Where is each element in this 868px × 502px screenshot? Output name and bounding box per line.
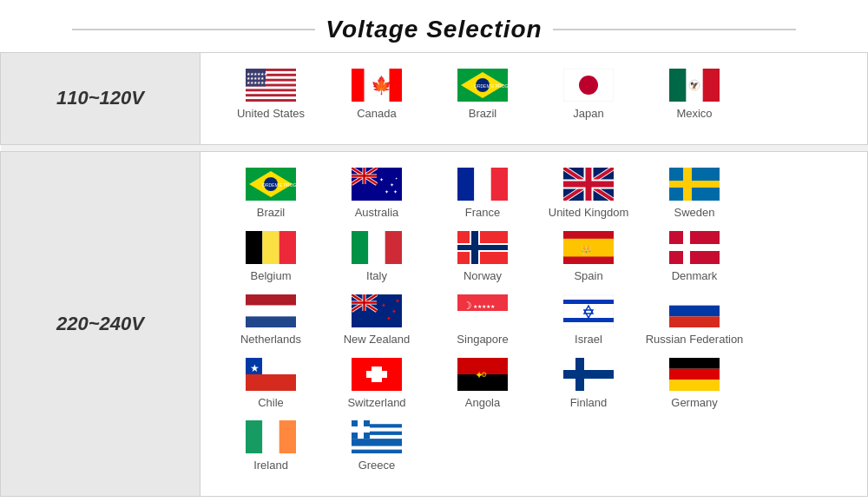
svg-text:⚙: ⚙ bbox=[481, 371, 487, 379]
flag-label: Ireland bbox=[253, 459, 288, 473]
flag-item: Japan bbox=[536, 69, 641, 122]
flag-item: 👑 Spain bbox=[536, 231, 641, 284]
svg-rect-104 bbox=[669, 316, 720, 327]
flag-icon-sg: ☽ ★★★★★ bbox=[457, 294, 508, 327]
flag-icon-se bbox=[669, 168, 720, 201]
flag-icon-it bbox=[352, 231, 402, 264]
svg-text:👑: 👑 bbox=[581, 244, 592, 255]
svg-rect-68 bbox=[457, 245, 508, 250]
svg-rect-72 bbox=[563, 231, 614, 239]
svg-text:✦: ✦ bbox=[395, 298, 400, 304]
page: Voltage Selection 110~120V ★★★★★★ ★★★★★ … bbox=[0, 0, 868, 497]
svg-rect-59 bbox=[246, 231, 262, 264]
flag-label: United States bbox=[237, 107, 305, 122]
svg-text:ORDEM E PROGRESSO: ORDEM E PROGRESSO bbox=[474, 83, 508, 89]
svg-text:★: ★ bbox=[250, 362, 260, 374]
flag-label: United Kingdom bbox=[549, 206, 629, 221]
flag-icon-ao: ✦ ⚙ bbox=[457, 358, 508, 391]
svg-rect-5 bbox=[246, 91, 296, 94]
svg-text:✦: ✦ bbox=[385, 189, 389, 195]
flags-grid-1: ORDEM E PROGRESSO Brazil ✦ ✦ ✦ ✦ ✦ Austr… bbox=[209, 168, 858, 480]
flag-icon-ie bbox=[246, 420, 296, 453]
flag-item: ✦ ✦ ✦ ✦ New Zealand bbox=[324, 294, 430, 347]
svg-rect-62 bbox=[352, 231, 368, 264]
row-separator bbox=[1, 144, 868, 151]
flag-icon-us: ★★★★★★ ★★★★★ ★★★★★★ bbox=[246, 69, 296, 102]
flag-item: Russian Federation bbox=[641, 294, 747, 347]
flag-label: Singapore bbox=[457, 333, 508, 347]
voltage-content-0: ★★★★★★ ★★★★★ ★★★★★★ United States 🍁 Cana… bbox=[201, 53, 868, 145]
svg-rect-12 bbox=[352, 69, 365, 102]
flag-icon-nz: ✦ ✦ ✦ ✦ bbox=[352, 294, 402, 327]
svg-text:ORDEM E PROGRESSO: ORDEM E PROGRESSO bbox=[262, 182, 296, 188]
voltage-row-0: 110~120V ★★★★★★ ★★★★★ ★★★★★★ United Stat… bbox=[1, 53, 868, 145]
svg-rect-124 bbox=[279, 420, 296, 453]
page-title: Voltage Selection bbox=[326, 16, 542, 43]
flag-icon-au: ✦ ✦ ✦ ✦ ✦ bbox=[352, 168, 402, 201]
flag-item: ☽ ★★★★★ Singapore bbox=[430, 294, 536, 347]
svg-rect-76 bbox=[683, 231, 690, 264]
flag-label: Switzerland bbox=[347, 396, 405, 411]
svg-rect-64 bbox=[385, 231, 402, 264]
voltage-label-0: 110~120V bbox=[1, 53, 201, 145]
flag-item: Germany bbox=[641, 358, 747, 411]
flag-item: ORDEM E PROGRESSO Brazil bbox=[218, 168, 324, 221]
title-line-right bbox=[553, 29, 796, 30]
flag-label: France bbox=[465, 206, 500, 221]
svg-rect-122 bbox=[246, 420, 262, 453]
svg-text:✦: ✦ bbox=[381, 302, 386, 308]
flag-label: Netherlands bbox=[240, 333, 301, 347]
svg-rect-23 bbox=[703, 69, 720, 102]
flag-icon-be bbox=[246, 231, 296, 264]
svg-rect-75 bbox=[669, 244, 720, 251]
svg-rect-118 bbox=[575, 358, 584, 391]
flag-icon-no bbox=[457, 231, 508, 264]
svg-text:✦: ✦ bbox=[390, 182, 394, 188]
flag-item: ★ Chile bbox=[218, 358, 324, 411]
svg-rect-119 bbox=[669, 358, 720, 369]
flag-label: Sweden bbox=[674, 206, 715, 221]
svg-rect-79 bbox=[246, 316, 296, 327]
voltage-content-1: ORDEM E PROGRESSO Brazil ✦ ✦ ✦ ✦ ✦ Austr… bbox=[201, 151, 868, 496]
svg-rect-103 bbox=[669, 305, 720, 316]
flag-icon-nl bbox=[246, 294, 296, 327]
flag-icon-dk bbox=[669, 231, 720, 264]
svg-rect-94 bbox=[457, 311, 508, 327]
svg-text:✦: ✦ bbox=[386, 315, 391, 321]
flag-item: ORDEM E PROGRESSO Brazil bbox=[430, 69, 536, 122]
flag-label: Japan bbox=[573, 107, 603, 122]
svg-rect-69 bbox=[471, 231, 478, 264]
svg-text:☽: ☽ bbox=[463, 300, 472, 312]
flag-item: Israel bbox=[536, 294, 641, 347]
flag-item: Denmark bbox=[641, 231, 747, 284]
flag-label: Russian Federation bbox=[646, 333, 744, 347]
svg-text:★★★★★★: ★★★★★★ bbox=[247, 80, 268, 85]
flag-item: Italy bbox=[324, 231, 430, 284]
flag-icon-br: ORDEM E PROGRESSO bbox=[457, 69, 508, 102]
title-row: Voltage Selection bbox=[0, 0, 868, 52]
flag-icon-fr bbox=[457, 168, 508, 201]
flag-item: France bbox=[430, 168, 536, 221]
flag-icon-ca: 🍁 bbox=[352, 69, 402, 102]
flag-icon-mx: 🦅 bbox=[669, 69, 720, 102]
svg-rect-131 bbox=[352, 450, 402, 453]
flag-label: Canada bbox=[357, 107, 397, 122]
voltage-table: 110~120V ★★★★★★ ★★★★★ ★★★★★★ United Stat… bbox=[0, 52, 868, 497]
flag-item: 🍁 Canada bbox=[324, 69, 430, 122]
svg-text:✦: ✦ bbox=[379, 177, 384, 182]
svg-rect-44 bbox=[457, 168, 474, 201]
flag-label: Greece bbox=[358, 459, 396, 473]
flag-label: New Zealand bbox=[344, 333, 411, 347]
flag-icon-br: ORDEM E PROGRESSO bbox=[246, 168, 296, 201]
voltage-label-1: 220~240V bbox=[1, 151, 201, 496]
svg-rect-46 bbox=[491, 168, 508, 201]
voltage-row-1: 220~240V ORDEM E PROGRESSO Brazil ✦ ✦ ✦ … bbox=[1, 151, 868, 496]
svg-rect-106 bbox=[246, 374, 296, 391]
svg-text:🦅: 🦅 bbox=[690, 81, 699, 89]
svg-text:✦: ✦ bbox=[393, 189, 398, 195]
flag-item: Switzerland bbox=[324, 358, 430, 411]
svg-rect-123 bbox=[262, 420, 279, 453]
flag-icon-cl: ★ bbox=[246, 358, 296, 391]
flag-item: Sweden bbox=[641, 168, 747, 221]
svg-rect-98 bbox=[563, 300, 614, 304]
